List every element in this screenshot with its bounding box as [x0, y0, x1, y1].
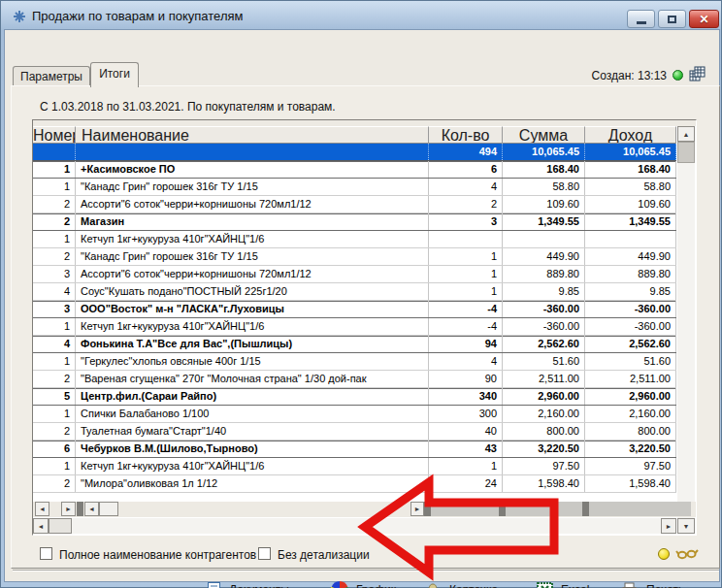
scroll-up-button[interactable]: ▲ [677, 126, 695, 142]
app-icon [12, 9, 27, 24]
cell-income: -360.00 [585, 318, 676, 335]
table-row[interactable]: 2"Канадс Грин" горошек 316г ТУ 1/151449.… [33, 248, 676, 266]
cell-sum [503, 231, 585, 247]
table-row[interactable]: 2Магазин31,349.551,349.55 [33, 213, 676, 231]
cell-qty: 2 [429, 196, 503, 212]
close-button[interactable]: ✕ [689, 10, 719, 28]
cell-income: 2,562.60 [585, 336, 676, 352]
cell-sum: 168.40 [503, 161, 585, 178]
cell-name: Кетчуп 1кг+кукуруза 410г"ХАЙНЦ"1/6 [76, 458, 429, 474]
cell-num: 1 [33, 353, 76, 370]
table-row[interactable]: 1"Канадс Грин" горошек 316г ТУ 1/15458.8… [33, 179, 676, 196]
vertical-scrollbar-thumb[interactable] [677, 142, 695, 163]
cell-sum: 1,349.55 [503, 213, 585, 230]
cell-qty: 94 [429, 336, 503, 352]
no-detail-checkbox[interactable] [258, 547, 271, 560]
close-icon: ✕ [699, 13, 708, 26]
column-scroll-right-button[interactable]: ► [410, 502, 424, 516]
tab-parameters[interactable]: Параметры [13, 66, 90, 86]
table-row[interactable]: 2Ассорти"6 соток"черри+корнишоны 720мл1/… [33, 196, 676, 213]
minimize-icon [637, 21, 646, 24]
table-row[interactable]: 5Центр.фил.(Сараи Райпо)3402,960.002,960… [33, 388, 676, 406]
column-header-5[interactable]: Доход [585, 126, 676, 144]
table-row[interactable]: 1Кетчуп 1кг+кукуруза 410г"ХАЙНЦ"1/6 [33, 231, 676, 248]
column-header-4[interactable]: Сумма [503, 126, 585, 144]
column-band-track[interactable] [431, 502, 691, 516]
table-row[interactable]: 1+Касимовское ПО6168.40168.40 [33, 161, 676, 179]
table-row[interactable]: 3Ассорти"6 соток"черри+корнишоны 720мл1/… [33, 266, 676, 283]
table-row[interactable]: 1"Геркулес"хлопья овсяные 400г 1/15451.6… [33, 353, 676, 371]
cell-num: 2 [33, 423, 76, 440]
cell-sum: 889.80 [503, 266, 585, 282]
band-left2-icon: ◄ [88, 506, 95, 512]
column-splitter-mark[interactable] [582, 502, 589, 516]
documents-button[interactable]: Документы [207, 575, 289, 588]
report-sheets-icon[interactable] [689, 66, 706, 82]
cell-name: ООО"Восток" м-н "ЛАСКА"г.Луховицы [76, 301, 429, 317]
band-blank-button[interactable] [99, 502, 118, 516]
cell-income: 97.50 [585, 458, 676, 474]
cell-income [585, 231, 676, 247]
minimize-button[interactable] [627, 10, 655, 28]
cell-name: Соус"Кушать подано"ПОСТНЫЙ 225г1/20 [76, 283, 429, 300]
cell-num: 2 [33, 475, 76, 492]
table-row[interactable]: 1Спички Балабаново 1/1003002,160.002,160… [33, 406, 676, 423]
band-navigator-row: ◄ ► ◄ ► [33, 502, 696, 517]
scroll-right-button[interactable]: ► [661, 518, 676, 534]
cell-qty: 340 [429, 388, 503, 405]
horizontal-scrollbar-thumb[interactable] [49, 518, 72, 534]
band-splitter-mark[interactable] [77, 502, 83, 516]
table-row[interactable]: 2Туалетная бумага"Старт"1/4040800.00800.… [33, 423, 676, 441]
glasses-icon[interactable] [675, 545, 699, 561]
scroll-down-button[interactable]: ▼ [677, 518, 695, 534]
table-row[interactable]: 1Кетчуп 1кг+кукуруза 410г"ХАЙНЦ"1/6197.5… [33, 458, 676, 475]
tab-results[interactable]: Итоги [90, 62, 139, 87]
titlebar[interactable]: Продажи по товарам и покупателям ✕ [1, 1, 722, 30]
sales-grid: НомерНаименованиеКол-воСуммаДоход 49410,… [32, 119, 697, 536]
column-splitter-mark[interactable] [499, 502, 506, 516]
scroll-down-icon: ▼ [683, 523, 690, 530]
column-header-1[interactable]: Номер [33, 126, 76, 144]
full-names-checkbox[interactable] [40, 547, 52, 560]
vertical-scrollbar-track[interactable] [677, 126, 695, 518]
cell-qty: -4 [429, 318, 503, 335]
cell-income: 1,349.55 [585, 213, 676, 230]
cell-num: 1 [33, 318, 76, 335]
table-row[interactable]: 4Фонькина Т.А"Все для Вас",(Пышлицы)942,… [33, 336, 676, 353]
table-row[interactable]: 4Соус"Кушать подано"ПОСТНЫЙ 225г1/2019.8… [33, 283, 676, 301]
print-button[interactable]: Печать [620, 575, 684, 588]
cell-qty: 40 [429, 423, 503, 440]
maximize-button[interactable] [658, 10, 686, 28]
band-first-button[interactable]: ◄ [35, 502, 49, 516]
cell-name [76, 144, 429, 160]
table-row[interactable]: 3ООО"Восток" м-н "ЛАСКА"г.Луховицы-4-360… [33, 301, 676, 318]
pie-chart-icon [331, 581, 348, 588]
table-row[interactable]: 6Чебурков В.М.(Шилово,Тырново)433,220.50… [33, 441, 676, 458]
window-frame: Продажи по товарам и покупателям ✕ Парам… [0, 0, 722, 588]
cell-sum: 58.80 [503, 179, 585, 195]
cell-num: 2 [33, 371, 76, 387]
cell-sum: 449.90 [503, 248, 585, 265]
table-row[interactable]: 1Кетчуп 1кг+кукуруза 410г"ХАЙНЦ"1/6-4-36… [33, 318, 676, 336]
card-button[interactable]: Карточка [424, 575, 498, 588]
chart-button-label: График [356, 583, 396, 588]
cell-num: 2 [33, 213, 76, 230]
column-splitter-mark[interactable] [424, 502, 431, 516]
table-row[interactable]: 49410,065.4510,065.45 [33, 144, 676, 161]
band-prev-button[interactable]: ◄ [84, 502, 99, 516]
column-header-3[interactable]: Кол-во [429, 126, 503, 144]
column-header-2[interactable]: Наименование [76, 126, 429, 144]
yellow-ball-icon[interactable] [658, 548, 670, 560]
table-row[interactable]: 2"Вареная сгущенка" 270г "Молочная стран… [33, 371, 676, 388]
band-next-button[interactable]: ► [61, 502, 76, 516]
full-names-checkbox-label: Полное наименование контрагентов [59, 548, 256, 562]
scroll-left-button[interactable]: ◄ [33, 518, 49, 534]
excel-button[interactable]: Excel [537, 575, 589, 588]
documents-button-label: Документы [229, 583, 289, 588]
table-row[interactable]: 2"Милора"оливковая 1л 1/12241,598.401,59… [33, 475, 676, 493]
cell-num: 5 [33, 388, 76, 405]
cell-name: Магазин [76, 213, 429, 230]
cell-income: 800.00 [585, 423, 676, 440]
horizontal-scrollbar-track[interactable] [33, 518, 676, 534]
chart-button[interactable]: График [331, 575, 396, 588]
